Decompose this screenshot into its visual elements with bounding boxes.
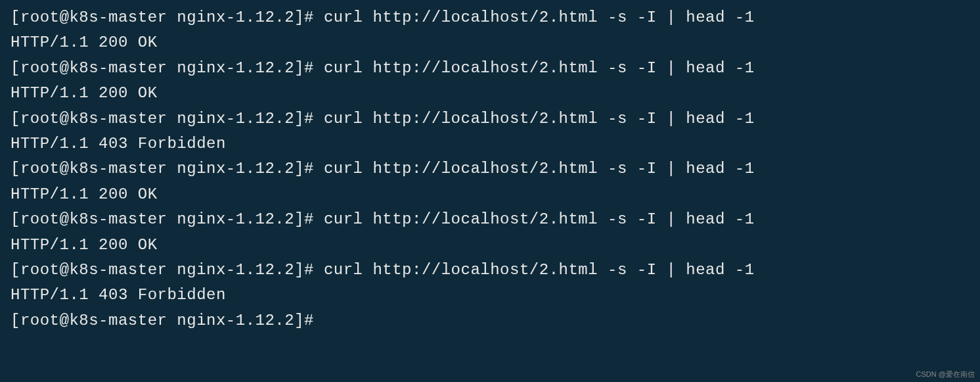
terminal-prompt[interactable]: [root@k8s-master nginx-1.12.2]# (11, 308, 969, 333)
terminal-line: HTTP/1.1 403 Forbidden (11, 131, 969, 156)
terminal-line: HTTP/1.1 200 OK (11, 30, 969, 55)
terminal-line: [root@k8s-master nginx-1.12.2]# curl htt… (11, 5, 969, 30)
terminal-line: [root@k8s-master nginx-1.12.2]# curl htt… (11, 258, 969, 283)
watermark-text: CSDN @爱在南信 (916, 369, 975, 381)
terminal-line: HTTP/1.1 403 Forbidden (11, 283, 969, 308)
terminal-line: HTTP/1.1 200 OK (11, 81, 969, 106)
terminal-line: HTTP/1.1 200 OK (11, 233, 969, 258)
terminal-output[interactable]: [root@k8s-master nginx-1.12.2]# curl htt… (11, 5, 969, 333)
terminal-line: HTTP/1.1 200 OK (11, 182, 969, 207)
terminal-line: [root@k8s-master nginx-1.12.2]# curl htt… (11, 156, 969, 181)
terminal-line: [root@k8s-master nginx-1.12.2]# curl htt… (11, 207, 969, 232)
terminal-line: [root@k8s-master nginx-1.12.2]# curl htt… (11, 107, 969, 131)
terminal-line: [root@k8s-master nginx-1.12.2]# curl htt… (11, 56, 969, 81)
